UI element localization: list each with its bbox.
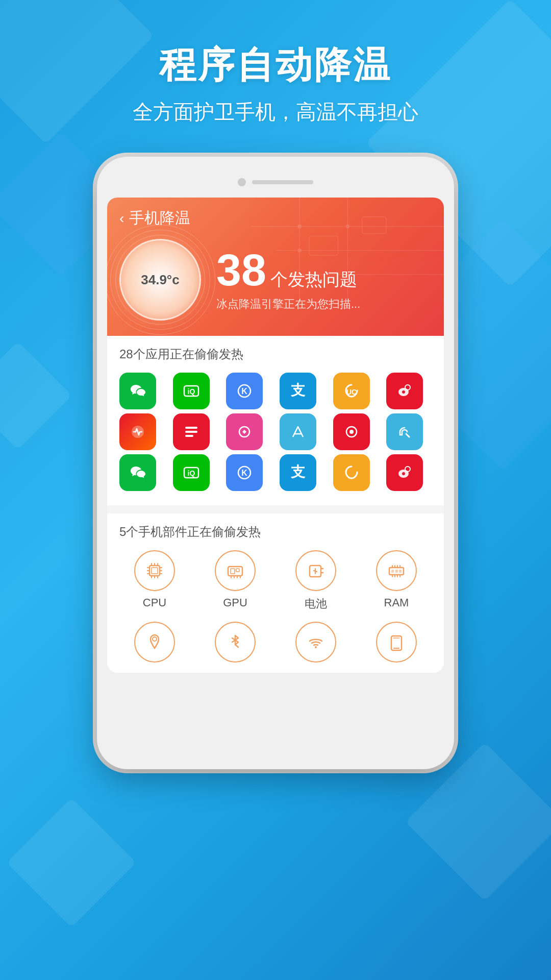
svg-rect-53 — [236, 569, 239, 572]
scan-description: 冰点降温引擎正在为您扫描... — [216, 297, 360, 312]
wifi-icon-circle — [295, 622, 336, 663]
svg-point-27 — [349, 430, 354, 434]
app-icon-uc[interactable]: UC — [333, 373, 370, 409]
svg-text:K: K — [242, 387, 248, 396]
battery-icon-circle — [295, 550, 336, 591]
battery-icon — [305, 559, 327, 582]
bluetooth-icon — [224, 631, 246, 653]
app-icon-kuaikan[interactable]: K — [226, 373, 263, 409]
issue-label: 个发热问题 — [270, 268, 357, 291]
svg-rect-77 — [399, 570, 402, 573]
page-subtitle: 全方面护卫手机，高温不再担心 — [0, 98, 551, 126]
phone-speaker — [252, 180, 313, 184]
svg-rect-75 — [391, 570, 394, 573]
app-icon-wechat[interactable] — [119, 373, 156, 409]
svg-rect-76 — [395, 570, 398, 573]
components-section-title: 5个手机部件正在偷偷发热 — [119, 524, 432, 540]
phone-camera — [238, 178, 246, 186]
svg-point-78 — [153, 637, 157, 641]
app-icon-iqiyi[interactable]: iQ — [173, 373, 210, 409]
components-row-2 — [119, 622, 432, 663]
ram-icon-circle — [376, 550, 417, 591]
svg-rect-22 — [185, 431, 197, 433]
component-cpu: CPU — [119, 550, 190, 611]
component-battery: 电池 — [281, 550, 351, 611]
app-icon-toutiao[interactable] — [173, 413, 210, 450]
cpu-label: CPU — [143, 596, 166, 609]
phone-screen: ‹ 手机降温 34.9°c — [107, 198, 444, 673]
app-icon-uc-2[interactable] — [333, 454, 370, 491]
temperature-circle: 34.9°c — [119, 239, 201, 321]
svg-rect-51 — [228, 567, 242, 576]
app-icon-sogou[interactable] — [386, 413, 423, 450]
temperature-value: 34.9°c — [141, 272, 179, 288]
apps-row-3: iQ K 支 — [119, 454, 432, 491]
svg-point-79 — [315, 646, 317, 648]
bg-shape — [7, 798, 137, 928]
app-icon-health[interactable] — [119, 413, 156, 450]
location-icon — [143, 631, 166, 653]
app-icon-iqiyi-2[interactable]: iQ — [173, 454, 210, 491]
app-icon-weibo[interactable] — [386, 373, 423, 409]
bluetooth-icon-circle — [215, 622, 256, 663]
page-title: 程序自动降温 — [0, 41, 551, 90]
component-ram: RAM — [361, 550, 432, 611]
phone-mockup: ‹ 手机降温 34.9°c — [97, 157, 454, 769]
issue-info: 38 个发热问题 冰点降温引擎正在为您扫描... — [216, 248, 360, 312]
cpu-icon-circle — [134, 550, 175, 591]
app-header: ‹ 手机降温 34.9°c — [107, 198, 444, 336]
svg-point-36 — [402, 472, 405, 475]
phone-mockup-container: ‹ 手机降温 34.9°c — [0, 157, 551, 769]
issue-count: 38 — [216, 248, 266, 292]
components-section: 5个手机部件正在偷偷发热 — [107, 513, 444, 673]
gpu-icon — [224, 559, 246, 582]
cpu-icon — [143, 559, 166, 582]
svg-text:iQ: iQ — [187, 387, 195, 396]
page-header: 程序自动降温 全方面护卫手机，高温不再担心 — [0, 0, 551, 126]
app-icon-netease-music[interactable] — [333, 413, 370, 450]
screen-icon — [385, 631, 408, 653]
wifi-icon — [305, 631, 327, 653]
svg-text:支: 支 — [290, 382, 306, 398]
apps-section-title: 28个应用正在偷偷发热 — [119, 346, 432, 362]
svg-text:支: 支 — [290, 464, 306, 480]
component-gpu: GPU — [200, 550, 270, 611]
component-wifi — [281, 622, 351, 663]
svg-rect-21 — [185, 427, 197, 429]
svg-rect-38 — [152, 568, 158, 574]
app-icon-amap[interactable] — [280, 413, 316, 450]
svg-point-19 — [402, 390, 405, 394]
app-header-content: 34.9°c 38 个发热问题 冰点降温引擎正在为您扫描... — [119, 239, 432, 321]
svg-rect-52 — [231, 569, 235, 574]
app-icon-weibo-2[interactable] — [386, 454, 423, 491]
svg-line-28 — [406, 434, 409, 437]
components-row-1: CPU — [119, 550, 432, 611]
svg-point-18 — [405, 385, 410, 390]
app-icon-kuaikan-2[interactable]: K — [226, 454, 263, 491]
ram-label: RAM — [384, 596, 409, 609]
screen-icon-circle — [376, 622, 417, 663]
location-icon-circle — [134, 622, 175, 663]
component-screen — [361, 622, 432, 663]
component-bluetooth — [200, 622, 270, 663]
gpu-label: GPU — [223, 596, 247, 609]
gpu-icon-circle — [215, 550, 256, 591]
battery-label: 电池 — [305, 596, 327, 611]
temp-circle-inner: 34.9°c — [119, 239, 201, 321]
phone-notch — [107, 172, 444, 192]
svg-point-35 — [405, 467, 410, 472]
app-icon-alipay-2[interactable]: 支 — [280, 454, 316, 491]
app-icon-meipai[interactable] — [226, 413, 263, 450]
component-location — [119, 622, 190, 663]
ram-icon — [385, 559, 408, 582]
back-arrow-icon[interactable]: ‹ — [119, 210, 124, 227]
svg-rect-37 — [149, 566, 160, 576]
app-icon-alipay[interactable]: 支 — [280, 373, 316, 409]
svg-text:K: K — [242, 469, 248, 477]
svg-rect-23 — [185, 435, 193, 437]
apps-row-2 — [119, 413, 432, 450]
apps-row-1: iQ K 支 UC — [119, 373, 432, 409]
svg-text:UC: UC — [346, 388, 357, 396]
app-icon-wechat-2[interactable] — [119, 454, 156, 491]
apps-section: 28个应用正在偷偷发热 iQ K 支 UC — [107, 336, 444, 505]
